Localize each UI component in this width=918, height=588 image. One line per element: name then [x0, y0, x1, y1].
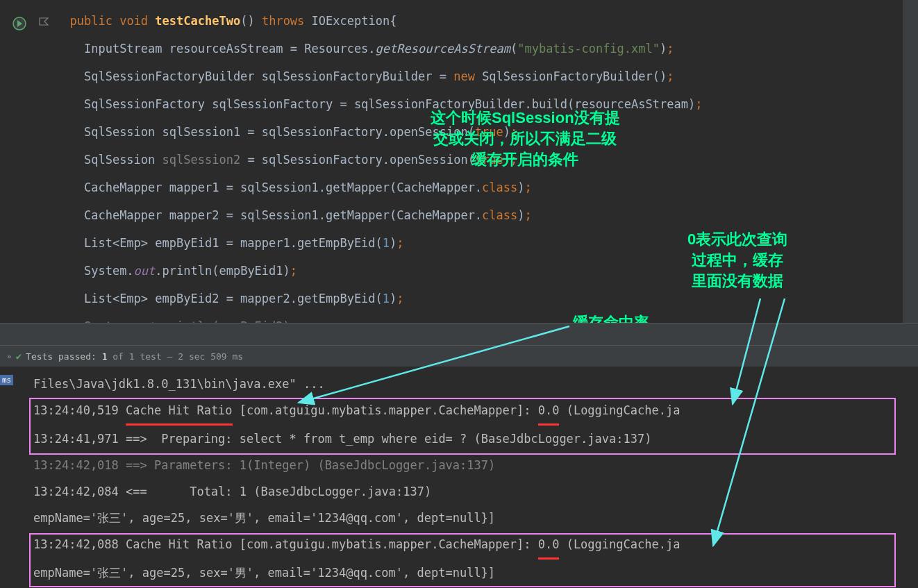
- expand-icon[interactable]: »: [7, 352, 12, 361]
- code-line[interactable]: SqlSessionFactory sqlSessionFactory = sq…: [56, 90, 918, 118]
- run-gutter-icon[interactable]: [12, 17, 26, 31]
- console-line: 13:24:42,018 ==> Parameters: 1(Integer) …: [33, 452, 911, 478]
- editor-right-gutter: [903, 0, 918, 323]
- ms-badge: ms: [0, 375, 13, 385]
- code-line[interactable]: SqlSession sqlSession1 = sqlSessionFacto…: [56, 118, 918, 146]
- code-editor[interactable]: public void testCacheTwo() throws IOExce…: [0, 0, 918, 323]
- code-line[interactable]: List<Emp> empByEid1 = mapper1.getEmpByEi…: [56, 229, 918, 257]
- console-line: 13:24:42,084 <== Total: 1 (BaseJdbcLogge…: [33, 478, 911, 505]
- checkmark-icon: ✔: [16, 351, 22, 362]
- code-line[interactable]: CacheMapper mapper1 = sqlSession1.getMap…: [56, 174, 918, 201]
- code-line[interactable]: SqlSessionFactoryBuilder sqlSessionFacto…: [56, 62, 918, 90]
- console-line: 13:24:41,971 ==> Preparing: select * fro…: [33, 426, 911, 452]
- console-line: 13:24:42,088 Cache Hit Ratio [com.atguig…: [33, 531, 911, 560]
- console-line: empName='张三', age=25, sex='男', email='12…: [33, 560, 911, 586]
- console-output[interactable]: Files\Java\jdk1.8.0_131\bin\java.exe" ..…: [26, 367, 918, 588]
- vcs-gutter-icon: [38, 17, 51, 29]
- tests-passed-label: Tests passed: 1 of 1 test – 2 sec 509 ms: [26, 351, 243, 362]
- test-status-bar: » ✔ Tests passed: 1 of 1 test – 2 sec 50…: [0, 346, 918, 367]
- code-line[interactable]: System.out.println(empByEid1);: [56, 257, 918, 285]
- console-line: 13:24:40,519 Cache Hit Ratio [com.atguig…: [33, 397, 911, 426]
- code-line[interactable]: CacheMapper mapper2 = sqlSession1.getMap…: [56, 201, 918, 229]
- code-line[interactable]: SqlSession sqlSession2 = sqlSessionFacto…: [56, 146, 918, 174]
- console-line: Files\Java\jdk1.8.0_131\bin\java.exe" ..…: [33, 371, 911, 397]
- code-line[interactable]: public void testCacheTwo() throws IOExce…: [56, 7, 918, 35]
- code-line[interactable]: List<Emp> empByEid2 = mapper2.getEmpByEi…: [56, 285, 918, 312]
- code-line[interactable]: InputStream resourceAsStream = Resources…: [56, 35, 918, 62]
- console-line: empName='张三', age=25, sex='男', email='12…: [33, 505, 911, 531]
- panel-divider[interactable]: [0, 323, 918, 346]
